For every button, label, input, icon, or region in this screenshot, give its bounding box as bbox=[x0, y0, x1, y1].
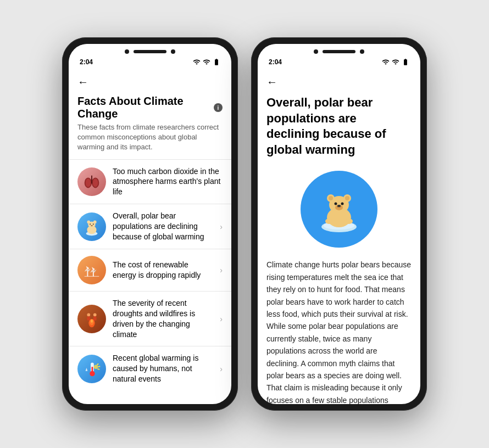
front-camera bbox=[125, 49, 129, 54]
fact-text-bear: Overall, polar bear populations are decl… bbox=[113, 211, 213, 242]
svg-point-22 bbox=[87, 313, 90, 316]
wifi-icon-2 bbox=[382, 58, 390, 66]
svg-point-43 bbox=[329, 196, 333, 200]
fact-icon-bear bbox=[77, 212, 106, 241]
svg-point-44 bbox=[345, 196, 349, 200]
sensor bbox=[171, 49, 175, 54]
svg-point-50 bbox=[325, 219, 333, 224]
fact-item-wind[interactable]: The cost of renewable energy is dropping… bbox=[69, 249, 231, 291]
svg-line-34 bbox=[97, 369, 99, 369]
back-button[interactable]: ← bbox=[69, 69, 231, 91]
status-time-2: 2:04 bbox=[269, 58, 282, 66]
thermometer-illustration bbox=[81, 359, 102, 379]
status-icons bbox=[193, 58, 220, 66]
svg-point-46 bbox=[341, 203, 344, 205]
svg-line-32 bbox=[97, 363, 99, 365]
battery-icon-2 bbox=[402, 58, 409, 66]
svg-rect-2 bbox=[91, 175, 92, 183]
svg-point-49 bbox=[337, 205, 341, 207]
svg-point-4 bbox=[93, 178, 98, 187]
svg-point-23 bbox=[93, 313, 97, 316]
svg-line-33 bbox=[98, 366, 100, 367]
fact-item-bear[interactable]: Overall, polar bear populations are decl… bbox=[69, 204, 231, 249]
bear-illustration-small bbox=[81, 216, 102, 237]
wind-illustration bbox=[81, 260, 102, 281]
svg-point-12 bbox=[91, 225, 93, 226]
fact-icon-lungs bbox=[77, 167, 106, 196]
screen1-scroll: ← Facts About Climate Change i These fac… bbox=[69, 69, 231, 404]
svg-point-10 bbox=[90, 223, 91, 225]
svg-point-35 bbox=[94, 365, 98, 369]
svg-point-45 bbox=[335, 203, 337, 205]
detail-image-container bbox=[258, 166, 420, 259]
fact-chevron-fire: › bbox=[220, 315, 223, 323]
wifi-icon bbox=[193, 58, 201, 66]
svg-rect-17 bbox=[93, 271, 94, 277]
speaker bbox=[134, 50, 166, 53]
status-time: 2:04 bbox=[80, 58, 93, 66]
svg-point-51 bbox=[345, 219, 353, 224]
fact-item-lungs[interactable]: Too much carbon dioxide in the atmospher… bbox=[69, 159, 231, 204]
detail-title: Overall, polar bear populations are decl… bbox=[258, 91, 420, 166]
fact-text-temp: Recent global warming is caused by human… bbox=[113, 353, 213, 384]
bear-detail-illustration bbox=[301, 171, 377, 248]
lungs-illustration bbox=[81, 171, 102, 192]
fact-text-lungs: Too much carbon dioxide in the atmospher… bbox=[113, 166, 223, 198]
fact-icon-temp bbox=[77, 355, 106, 383]
svg-rect-31 bbox=[92, 367, 93, 374]
battery-icon bbox=[213, 58, 220, 66]
sensor-2 bbox=[360, 49, 364, 54]
back-button-2[interactable]: ← bbox=[258, 69, 420, 91]
svg-rect-24 bbox=[87, 316, 90, 321]
fact-item-temp[interactable]: Recent global warming is caused by human… bbox=[69, 346, 231, 391]
fact-icon-wind bbox=[77, 256, 106, 284]
fact-item-fire[interactable]: The severity of recent droughts and wild… bbox=[69, 291, 231, 346]
camera-area bbox=[80, 49, 220, 54]
svg-point-11 bbox=[93, 223, 94, 225]
fact-chevron-wind: › bbox=[220, 266, 223, 275]
info-icon[interactable]: i bbox=[214, 103, 223, 112]
phone-2: 2:04 ← Overall, polar bear populations a… bbox=[251, 37, 427, 411]
fact-chevron-temp: › bbox=[220, 365, 223, 373]
fact-icon-fire bbox=[77, 305, 106, 333]
fact-chevron-bear: › bbox=[220, 222, 223, 231]
svg-rect-25 bbox=[93, 316, 97, 321]
fire-illustration bbox=[81, 309, 102, 329]
svg-point-28 bbox=[91, 320, 93, 323]
status-icons-2 bbox=[382, 58, 409, 66]
svg-marker-36 bbox=[86, 368, 88, 371]
bear-detail-svg bbox=[312, 182, 366, 237]
page-title: Facts About Climate Change i bbox=[69, 91, 231, 122]
svg-rect-13 bbox=[87, 270, 88, 276]
svg-point-3 bbox=[86, 178, 91, 187]
screen2-scroll: ← Overall, polar bear populations are de… bbox=[258, 69, 420, 404]
camera-area-2 bbox=[269, 49, 409, 54]
fact-text-wind: The cost of renewable energy is dropping… bbox=[113, 260, 213, 281]
page-subtitle: These facts from climate researchers cor… bbox=[69, 122, 231, 159]
svg-point-8 bbox=[87, 220, 90, 223]
front-camera-2 bbox=[314, 49, 318, 54]
speaker-2 bbox=[323, 50, 355, 53]
svg-point-9 bbox=[93, 220, 97, 223]
phone-1: 2:04 ← Facts About Climate Change bbox=[62, 37, 238, 411]
fact-text-fire: The severity of recent droughts and wild… bbox=[113, 298, 213, 340]
detail-body: Climate change hurts polar bears because… bbox=[258, 259, 420, 404]
signal-icon-2 bbox=[392, 58, 399, 66]
signal-icon bbox=[203, 58, 210, 66]
